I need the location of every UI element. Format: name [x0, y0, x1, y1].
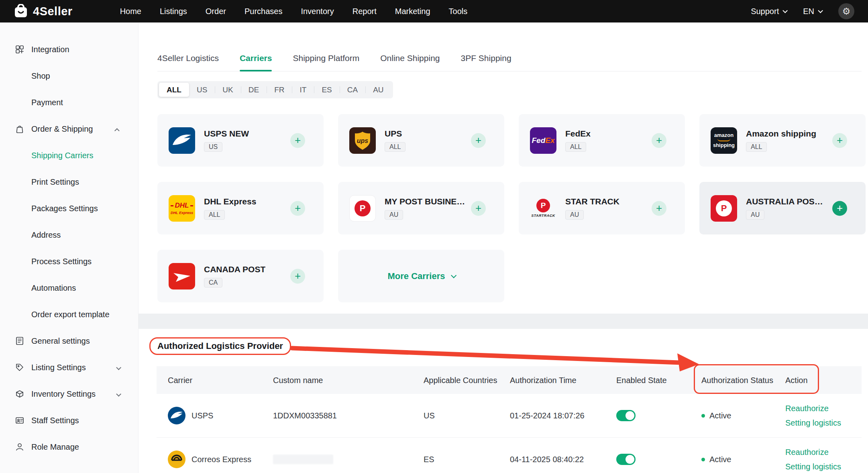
- carrier-card-amazon-shipping[interactable]: amazonshipping Amazon shipping ALL: [699, 114, 866, 167]
- sidebar-item-integration[interactable]: Integration: [0, 36, 138, 63]
- tab-shipping-platform[interactable]: Shipping Platform: [293, 45, 359, 71]
- notebook-icon: [14, 336, 25, 346]
- carrier-card-fedex[interactable]: FedEx FedEx ALL: [519, 114, 685, 167]
- setting-logistics-link[interactable]: Setting logistics: [785, 416, 862, 430]
- language-label: EN: [803, 7, 814, 16]
- carrier-country-tag: US: [204, 142, 222, 152]
- sidebar-item-payment[interactable]: Payment: [0, 89, 138, 116]
- filter-de[interactable]: DE: [241, 83, 267, 97]
- carrier-name: Correos Express: [192, 455, 251, 464]
- tab-3pf-shipping[interactable]: 3PF Shipping: [461, 45, 511, 71]
- carrier-country-tag: CA: [204, 278, 222, 287]
- col-applicable-countries: Applicable Countries: [424, 375, 510, 385]
- usps-logo: [169, 127, 195, 154]
- sidebar-item-shop[interactable]: Shop: [0, 63, 138, 89]
- carrier-name: Amazon shipping: [746, 129, 816, 139]
- carrier-card-canada-post[interactable]: CANADA POST CA: [157, 250, 324, 302]
- carrier-country-tag: AU: [565, 210, 584, 220]
- tab-4seller-logistics[interactable]: 4Seller Logistics: [157, 45, 219, 71]
- nav-home[interactable]: Home: [120, 7, 141, 16]
- settings-sidebar: Integration Shop Payment Order & Shippin…: [0, 22, 139, 473]
- nav-listings[interactable]: Listings: [160, 7, 187, 16]
- shopping-bag-icon: [14, 124, 25, 134]
- sidebar-item-packages-settings[interactable]: Packages Settings: [0, 195, 138, 222]
- sidebar-item-order-shipping[interactable]: Order & Shipping: [0, 116, 138, 142]
- my-post-business-logo: P: [349, 195, 376, 222]
- carrier-card-ups[interactable]: ups UPS ALL: [338, 114, 504, 167]
- authorized-section: Authorized Logistics Provider Carrier Cu…: [139, 329, 868, 473]
- carrier-card-usps-new[interactable]: USPS NEW US: [157, 114, 324, 167]
- add-carrier-button[interactable]: [290, 201, 305, 216]
- filter-fr[interactable]: FR: [267, 83, 292, 97]
- table-header: Carrier Custom name Applicable Countries…: [157, 366, 862, 394]
- setting-logistics-link[interactable]: Setting logistics: [785, 459, 862, 473]
- filter-au[interactable]: AU: [365, 83, 391, 97]
- add-carrier-button[interactable]: [652, 133, 666, 148]
- tab-online-shipping[interactable]: Online Shipping: [380, 45, 440, 71]
- sidebar-item-label: General settings: [31, 336, 90, 346]
- nav-order[interactable]: Order: [206, 7, 226, 16]
- sidebar-item-shipping-carriers[interactable]: Shipping Carriers: [0, 142, 138, 169]
- tab-carriers[interactable]: Carriers: [240, 45, 272, 71]
- settings-gear-icon[interactable]: [838, 3, 854, 19]
- add-carrier-button[interactable]: [471, 133, 486, 148]
- sidebar-item-label: Inventory Settings: [31, 389, 96, 399]
- action-cell: Reauthorize Setting logistics: [785, 401, 862, 430]
- carrier-name: FedEx: [565, 129, 591, 139]
- nav-marketing[interactable]: Marketing: [395, 7, 430, 16]
- countries-cell: ES: [424, 455, 510, 464]
- status-cell: Active: [701, 411, 785, 420]
- sidebar-item-address[interactable]: Address: [0, 222, 138, 248]
- nav-inventory[interactable]: Inventory: [301, 7, 334, 16]
- nav-tools[interactable]: Tools: [449, 7, 468, 16]
- carrier-card-my-post-business[interactable]: P MY POST BUSINESS AU: [338, 182, 504, 234]
- filter-es[interactable]: ES: [314, 83, 339, 97]
- carrier-card-star-track[interactable]: P STARTRACK STAR TRACK AU: [519, 182, 685, 234]
- support-menu[interactable]: Support: [751, 7, 786, 16]
- language-menu[interactable]: EN: [803, 7, 821, 16]
- enabled-toggle[interactable]: [616, 454, 636, 465]
- reauthorize-link[interactable]: Reauthorize: [785, 401, 862, 416]
- sidebar-item-listing-settings[interactable]: Listing Settings: [0, 354, 138, 381]
- sidebar-item-role-manage[interactable]: Role Manage: [0, 434, 138, 460]
- sidebar-item-process-settings[interactable]: Process Settings: [0, 248, 138, 275]
- add-carrier-button[interactable]: [471, 201, 486, 216]
- nav-purchases[interactable]: Purchases: [245, 7, 283, 16]
- filter-it[interactable]: IT: [292, 83, 314, 97]
- filter-us[interactable]: US: [189, 83, 215, 97]
- star-track-logo: P STARTRACK: [530, 195, 556, 222]
- nav-report[interactable]: Report: [352, 7, 377, 16]
- sidebar-item-general-settings[interactable]: General settings: [0, 328, 138, 354]
- sidebar-item-label: Shipping Carriers: [31, 151, 94, 160]
- section-divider: [139, 314, 868, 329]
- more-carriers-button[interactable]: More Carriers: [338, 250, 504, 302]
- sidebar-item-inventory-settings[interactable]: Inventory Settings: [0, 381, 138, 407]
- filter-uk[interactable]: UK: [215, 83, 240, 97]
- add-carrier-button[interactable]: [290, 133, 305, 148]
- status-dot: [701, 458, 705, 461]
- top-navbar: 4Seller Home Listings Order Purchases In…: [0, 0, 868, 22]
- sidebar-item-label: Packages Settings: [31, 204, 98, 213]
- reauthorize-link[interactable]: Reauthorize: [785, 445, 862, 459]
- carrier-card-australia-post[interactable]: P AUSTRALIA POST ... AU: [699, 182, 866, 234]
- person-icon: [14, 442, 25, 452]
- add-carrier-button[interactable]: [290, 269, 305, 283]
- svg-text:ups: ups: [357, 137, 369, 144]
- add-carrier-button[interactable]: [832, 133, 847, 148]
- carrier-card-dhl-express[interactable]: DHL DHL Express DHL Express ALL: [157, 182, 324, 234]
- carrier-cell: USPS: [168, 407, 273, 424]
- sidebar-item-automations[interactable]: Automations: [0, 275, 138, 301]
- sidebar-item-staff-settings[interactable]: Staff Settings: [0, 407, 138, 434]
- brand-logo[interactable]: 4Seller: [14, 4, 73, 18]
- main-menu: Home Listings Order Purchases Inventory …: [120, 7, 468, 16]
- add-carrier-button[interactable]: [652, 201, 666, 216]
- sidebar-item-label: Order & Shipping: [31, 124, 93, 134]
- filter-all[interactable]: ALL: [159, 83, 189, 97]
- sidebar-item-label: Address: [31, 230, 61, 240]
- enabled-toggle[interactable]: [616, 410, 636, 421]
- sidebar-item-print-settings[interactable]: Print Settings: [0, 169, 138, 195]
- add-carrier-button[interactable]: [832, 201, 847, 216]
- sidebar-item-order-export-template[interactable]: Order export template: [0, 301, 138, 328]
- filter-ca[interactable]: CA: [340, 83, 365, 97]
- sidebar-item-label: Listing Settings: [31, 363, 86, 372]
